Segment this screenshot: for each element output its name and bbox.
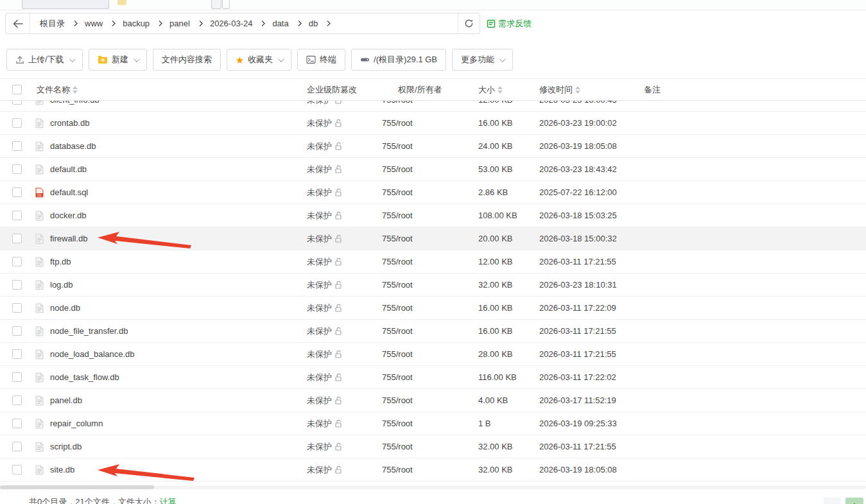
unlock-icon[interactable] bbox=[334, 119, 342, 127]
unlock-icon[interactable] bbox=[334, 142, 342, 150]
breadcrumb-item[interactable]: 2026-03-24 bbox=[203, 19, 260, 28]
file-name[interactable]: ftp.db bbox=[50, 257, 71, 266]
more-functions-button[interactable]: 更多功能 bbox=[452, 49, 513, 71]
row-checkbox[interactable] bbox=[12, 303, 22, 313]
chevron-right-icon bbox=[325, 21, 331, 27]
breadcrumb-item[interactable]: data bbox=[265, 19, 295, 28]
content-search-label: 文件内容搜索 bbox=[162, 54, 212, 65]
tab-remnant[interactable] bbox=[22, 0, 109, 9]
file-name[interactable]: default.db bbox=[50, 164, 87, 174]
upload-download-button[interactable]: 上传/下载 bbox=[6, 49, 83, 71]
file-name[interactable]: log.db bbox=[50, 280, 73, 290]
disk-root-button[interactable]: /(根目录)29.1 GB bbox=[351, 49, 446, 71]
new-button[interactable]: 新建 bbox=[89, 49, 147, 71]
unlock-icon[interactable] bbox=[334, 188, 342, 196]
table-row[interactable]: SQL repair_column 未保护 755/root 1 B 2026-… bbox=[0, 412, 866, 435]
select-all-checkbox[interactable] bbox=[12, 85, 22, 94]
file-name[interactable]: repair_column bbox=[50, 419, 103, 428]
refresh-button[interactable] bbox=[458, 13, 480, 33]
table-row[interactable]: SQL database.db 未保护 755/root 24.00 KB 20… bbox=[0, 135, 866, 158]
breadcrumb-item[interactable]: backup bbox=[116, 19, 157, 28]
tab-remnant[interactable] bbox=[211, 0, 221, 9]
content-search-button[interactable]: 文件内容搜索 bbox=[153, 49, 221, 71]
unlock-icon[interactable] bbox=[334, 465, 342, 474]
table-row[interactable]: SQL site.db 未保护 755/root 32.00 KB 2026-0… bbox=[0, 458, 866, 482]
file-name[interactable]: firewall.db bbox=[50, 234, 88, 243]
breadcrumb-item[interactable]: db bbox=[302, 19, 325, 28]
current-page-button[interactable]: 1 bbox=[845, 498, 863, 504]
breadcrumb-item[interactable]: www bbox=[78, 19, 110, 28]
row-checkbox[interactable] bbox=[12, 419, 22, 428]
row-checkbox[interactable] bbox=[12, 395, 22, 405]
favorites-button[interactable]: ★ 收藏夹 bbox=[227, 49, 291, 71]
file-name[interactable]: node.db bbox=[50, 303, 80, 313]
table-row[interactable]: SQL node_file_transfer.db 未保护 755/root 1… bbox=[0, 320, 866, 343]
table-row[interactable]: SQL node_load_balance.db 未保护 755/root 28… bbox=[0, 343, 866, 366]
unlock-icon[interactable] bbox=[334, 234, 342, 243]
file-name[interactable]: node_task_flow.db bbox=[50, 372, 119, 382]
unlock-icon[interactable] bbox=[334, 304, 342, 312]
row-checkbox[interactable] bbox=[12, 141, 22, 151]
unlock-icon[interactable] bbox=[334, 419, 342, 428]
sort-size-control[interactable] bbox=[498, 86, 503, 94]
row-checkbox[interactable] bbox=[12, 326, 22, 336]
unlock-icon[interactable] bbox=[334, 281, 342, 289]
breadcrumb-item[interactable]: panel bbox=[162, 19, 197, 28]
table-row[interactable]: SQL node_task_flow.db 未保护 755/root 116.0… bbox=[0, 366, 866, 389]
tab-remnant[interactable] bbox=[222, 0, 230, 9]
file-name[interactable]: docker.db bbox=[50, 211, 86, 220]
table-row[interactable]: SQL default.sql 未保护 755/root 2.86 KB 202… bbox=[0, 181, 866, 204]
modified-time: 2026-03-19 18:05:08 bbox=[539, 141, 644, 151]
unlock-icon[interactable] bbox=[334, 211, 342, 220]
path-input[interactable] bbox=[331, 13, 458, 33]
row-checkbox[interactable] bbox=[12, 465, 22, 474]
row-checkbox[interactable] bbox=[12, 349, 22, 359]
table-row[interactable]: SQL log.db 未保护 755/root 32.00 KB 2026-03… bbox=[0, 274, 866, 297]
file-name[interactable]: database.db bbox=[50, 141, 96, 151]
calculate-size-link[interactable]: 计算 bbox=[160, 497, 177, 504]
file-name[interactable]: crontab.db bbox=[50, 118, 89, 128]
unlock-icon[interactable] bbox=[334, 350, 342, 358]
row-checkbox[interactable] bbox=[12, 234, 22, 243]
row-checkbox[interactable] bbox=[12, 442, 22, 451]
prev-page-button[interactable]: ‹ bbox=[824, 498, 841, 504]
file-name[interactable]: panel.db bbox=[50, 395, 82, 405]
horizontal-scrollbar-thumb[interactable] bbox=[0, 485, 154, 489]
unlock-icon[interactable] bbox=[334, 327, 342, 335]
sort-name-control[interactable] bbox=[73, 86, 78, 94]
row-checkbox[interactable] bbox=[12, 257, 22, 266]
table-row[interactable]: SQL default.db 未保护 755/root 53.00 KB 202… bbox=[0, 158, 866, 181]
row-checkbox[interactable] bbox=[12, 164, 22, 174]
terminal-button[interactable]: 终端 bbox=[297, 49, 345, 71]
star-icon: ★ bbox=[236, 55, 244, 65]
breadcrumb-item[interactable]: 根目录 bbox=[33, 18, 72, 30]
row-checkbox[interactable] bbox=[12, 280, 22, 290]
file-name[interactable]: node_file_transfer.db bbox=[50, 326, 128, 336]
feedback-link[interactable]: 需求反馈 bbox=[487, 18, 532, 30]
row-checkbox[interactable] bbox=[12, 372, 22, 382]
table-row[interactable]: SQL script.db 未保护 755/root 32.00 KB 2026… bbox=[0, 435, 866, 458]
header-tamper: 企业级防篡改 bbox=[307, 84, 357, 96]
sort-mtime-control[interactable] bbox=[575, 86, 580, 94]
file-name[interactable]: node_load_balance.db bbox=[50, 349, 135, 359]
unlock-icon[interactable] bbox=[334, 442, 342, 451]
unlock-icon[interactable] bbox=[334, 396, 342, 404]
file-name[interactable]: default.sql bbox=[50, 187, 88, 197]
table-row[interactable]: SQL node.db 未保护 755/root 16.00 KB 2026-0… bbox=[0, 297, 866, 320]
tamper-status: 未保护 bbox=[307, 464, 332, 476]
table-row[interactable]: SQL ftp.db 未保护 755/root 12.00 KB 2026-03… bbox=[0, 250, 866, 274]
horizontal-scrollbar-track[interactable] bbox=[0, 485, 866, 489]
table-row[interactable]: SQL crontab.db 未保护 755/root 16.00 KB 202… bbox=[0, 112, 866, 135]
file-name[interactable]: script.db bbox=[50, 442, 82, 451]
unlock-icon[interactable] bbox=[334, 165, 342, 173]
back-button[interactable] bbox=[6, 13, 30, 33]
unlock-icon[interactable] bbox=[334, 257, 342, 266]
table-row[interactable]: SQL panel.db 未保护 755/root 4.00 KB 2026-0… bbox=[0, 389, 866, 412]
row-checkbox[interactable] bbox=[12, 211, 22, 220]
unlock-icon[interactable] bbox=[334, 373, 342, 381]
table-row[interactable]: SQL firewall.db 未保护 755/root 20.00 KB 20… bbox=[0, 227, 866, 250]
row-checkbox[interactable] bbox=[12, 187, 22, 197]
row-checkbox[interactable] bbox=[12, 118, 22, 128]
table-row[interactable]: SQL docker.db 未保护 755/root 108.00 KB 202… bbox=[0, 204, 866, 227]
file-name[interactable]: site.db bbox=[50, 465, 74, 474]
